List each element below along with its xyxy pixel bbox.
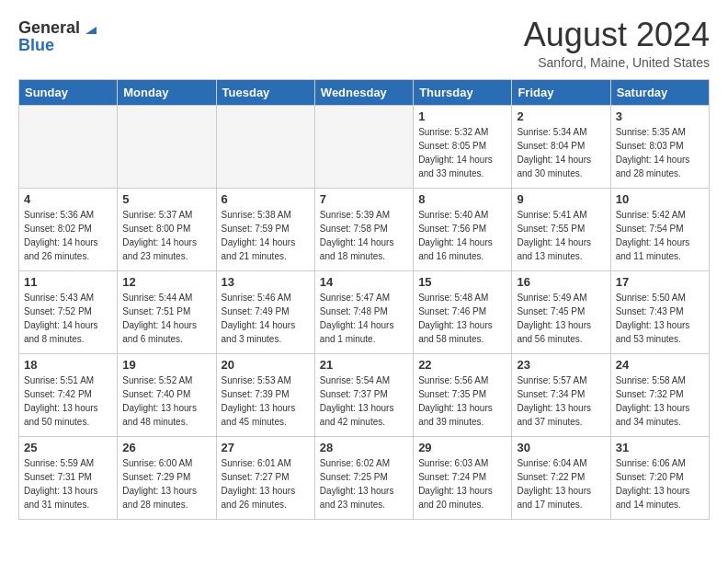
- calendar-week-row: 25Sunrise: 5:59 AM Sunset: 7:31 PM Dayli…: [19, 437, 710, 520]
- logo-blue-text: Blue: [18, 36, 54, 55]
- calendar-day-cell: 5Sunrise: 5:37 AM Sunset: 8:00 PM Daylig…: [118, 189, 216, 271]
- day-info: Sunrise: 6:01 AM Sunset: 7:27 PM Dayligh…: [222, 456, 310, 511]
- day-header-friday: Friday: [512, 80, 610, 106]
- calendar-day-cell: 2Sunrise: 5:34 AM Sunset: 8:04 PM Daylig…: [512, 106, 610, 189]
- calendar-day-cell: 22Sunrise: 5:56 AM Sunset: 7:35 PM Dayli…: [414, 354, 512, 437]
- day-info: Sunrise: 5:41 AM Sunset: 7:55 PM Dayligh…: [517, 208, 605, 263]
- calendar-day-cell: 13Sunrise: 5:46 AM Sunset: 7:49 PM Dayli…: [216, 271, 314, 354]
- day-info: Sunrise: 6:02 AM Sunset: 7:25 PM Dayligh…: [320, 456, 408, 511]
- calendar-table: SundayMondayTuesdayWednesdayThursdayFrid…: [18, 79, 710, 520]
- day-number: 20: [222, 358, 310, 372]
- calendar-day-cell: 9Sunrise: 5:41 AM Sunset: 7:55 PM Daylig…: [512, 189, 610, 271]
- day-number: 5: [122, 192, 210, 206]
- day-number: 10: [616, 192, 704, 206]
- calendar-week-row: 18Sunrise: 5:51 AM Sunset: 7:42 PM Dayli…: [19, 354, 710, 437]
- day-info: Sunrise: 5:35 AM Sunset: 8:03 PM Dayligh…: [616, 125, 704, 180]
- day-info: Sunrise: 5:44 AM Sunset: 7:51 PM Dayligh…: [122, 291, 210, 346]
- day-info: Sunrise: 5:50 AM Sunset: 7:43 PM Dayligh…: [616, 291, 704, 346]
- title-area: August 2024 Sanford, Maine, United State…: [524, 18, 710, 70]
- day-info: Sunrise: 5:40 AM Sunset: 7:56 PM Dayligh…: [418, 208, 506, 263]
- day-number: 21: [320, 358, 408, 372]
- calendar-day-cell: 29Sunrise: 6:03 AM Sunset: 7:24 PM Dayli…: [414, 437, 512, 520]
- calendar-day-cell: 30Sunrise: 6:04 AM Sunset: 7:22 PM Dayli…: [512, 437, 610, 520]
- day-info: Sunrise: 5:53 AM Sunset: 7:39 PM Dayligh…: [222, 373, 310, 429]
- calendar-week-row: 11Sunrise: 5:43 AM Sunset: 7:52 PM Dayli…: [19, 271, 710, 354]
- day-number: 24: [616, 358, 704, 372]
- calendar-day-cell: 19Sunrise: 5:52 AM Sunset: 7:40 PM Dayli…: [118, 354, 216, 437]
- day-number: 17: [616, 275, 704, 289]
- calendar-day-cell: 4Sunrise: 5:36 AM Sunset: 8:02 PM Daylig…: [19, 189, 118, 271]
- day-info: Sunrise: 5:52 AM Sunset: 7:40 PM Dayligh…: [122, 373, 210, 429]
- day-number: 7: [320, 192, 408, 206]
- day-info: Sunrise: 5:42 AM Sunset: 7:54 PM Dayligh…: [616, 208, 704, 263]
- day-info: Sunrise: 5:43 AM Sunset: 7:52 PM Dayligh…: [24, 291, 112, 346]
- calendar-header-row: SundayMondayTuesdayWednesdayThursdayFrid…: [19, 80, 710, 106]
- calendar-day-cell: 14Sunrise: 5:47 AM Sunset: 7:48 PM Dayli…: [314, 271, 413, 354]
- day-info: Sunrise: 5:38 AM Sunset: 7:59 PM Dayligh…: [222, 208, 310, 263]
- calendar-day-cell: 1Sunrise: 5:32 AM Sunset: 8:05 PM Daylig…: [414, 106, 512, 189]
- logo-triangle-icon: [82, 21, 97, 36]
- calendar-day-cell: 21Sunrise: 5:54 AM Sunset: 7:37 PM Dayli…: [314, 354, 413, 437]
- day-number: 16: [517, 275, 605, 289]
- calendar-day-cell: 10Sunrise: 5:42 AM Sunset: 7:54 PM Dayli…: [610, 189, 709, 271]
- day-info: Sunrise: 5:39 AM Sunset: 7:58 PM Dayligh…: [320, 208, 408, 263]
- day-number: 6: [222, 192, 310, 206]
- calendar-day-cell: 23Sunrise: 5:57 AM Sunset: 7:34 PM Dayli…: [512, 354, 610, 437]
- svg-marker-0: [85, 27, 97, 34]
- day-number: 28: [320, 441, 408, 454]
- day-info: Sunrise: 5:37 AM Sunset: 8:00 PM Dayligh…: [122, 208, 210, 263]
- day-header-monday: Monday: [118, 80, 216, 106]
- day-header-thursday: Thursday: [414, 80, 512, 106]
- day-number: 27: [222, 441, 310, 454]
- day-info: Sunrise: 5:54 AM Sunset: 7:37 PM Dayligh…: [320, 373, 408, 429]
- day-info: Sunrise: 6:04 AM Sunset: 7:22 PM Dayligh…: [517, 456, 605, 511]
- day-info: Sunrise: 6:06 AM Sunset: 7:20 PM Dayligh…: [616, 456, 704, 511]
- day-info: Sunrise: 5:51 AM Sunset: 7:42 PM Dayligh…: [24, 373, 112, 429]
- day-number: 26: [122, 441, 210, 454]
- calendar-day-cell: 17Sunrise: 5:50 AM Sunset: 7:43 PM Dayli…: [610, 271, 709, 354]
- day-number: 11: [24, 275, 112, 289]
- calendar-day-cell: 25Sunrise: 5:59 AM Sunset: 7:31 PM Dayli…: [19, 437, 118, 520]
- calendar-day-cell: 11Sunrise: 5:43 AM Sunset: 7:52 PM Dayli…: [19, 271, 118, 354]
- day-number: 30: [517, 441, 605, 454]
- calendar-day-cell: [216, 106, 314, 189]
- location-text: Sanford, Maine, United States: [524, 55, 710, 70]
- day-info: Sunrise: 6:00 AM Sunset: 7:29 PM Dayligh…: [122, 456, 210, 511]
- calendar-day-cell: 24Sunrise: 5:58 AM Sunset: 7:32 PM Dayli…: [610, 354, 709, 437]
- day-info: Sunrise: 5:34 AM Sunset: 8:04 PM Dayligh…: [517, 125, 605, 180]
- calendar-day-cell: [314, 106, 413, 189]
- calendar-day-cell: 7Sunrise: 5:39 AM Sunset: 7:58 PM Daylig…: [314, 189, 413, 271]
- day-number: 18: [24, 358, 112, 372]
- day-number: 29: [418, 441, 506, 454]
- day-number: 1: [418, 109, 506, 123]
- day-number: 19: [122, 358, 210, 372]
- day-number: 23: [517, 358, 605, 372]
- month-title: August 2024: [524, 18, 710, 52]
- day-info: Sunrise: 5:57 AM Sunset: 7:34 PM Dayligh…: [517, 373, 605, 429]
- calendar-day-cell: 8Sunrise: 5:40 AM Sunset: 7:56 PM Daylig…: [414, 189, 512, 271]
- day-info: Sunrise: 5:58 AM Sunset: 7:32 PM Dayligh…: [616, 373, 704, 429]
- day-number: 13: [222, 275, 310, 289]
- calendar-day-cell: 3Sunrise: 5:35 AM Sunset: 8:03 PM Daylig…: [610, 106, 709, 189]
- calendar-day-cell: 18Sunrise: 5:51 AM Sunset: 7:42 PM Dayli…: [19, 354, 118, 437]
- day-info: Sunrise: 5:47 AM Sunset: 7:48 PM Dayligh…: [320, 291, 408, 346]
- day-header-tuesday: Tuesday: [216, 80, 314, 106]
- calendar-day-cell: 6Sunrise: 5:38 AM Sunset: 7:59 PM Daylig…: [216, 189, 314, 271]
- day-info: Sunrise: 5:48 AM Sunset: 7:46 PM Dayligh…: [418, 291, 506, 346]
- day-number: 25: [24, 441, 112, 454]
- calendar-day-cell: [19, 106, 118, 189]
- calendar-day-cell: 15Sunrise: 5:48 AM Sunset: 7:46 PM Dayli…: [414, 271, 512, 354]
- logo: General Blue: [18, 18, 97, 55]
- day-number: 8: [418, 192, 506, 206]
- calendar-day-cell: 28Sunrise: 6:02 AM Sunset: 7:25 PM Dayli…: [314, 437, 413, 520]
- calendar-day-cell: 16Sunrise: 5:49 AM Sunset: 7:45 PM Dayli…: [512, 271, 610, 354]
- calendar-day-cell: 26Sunrise: 6:00 AM Sunset: 7:29 PM Dayli…: [118, 437, 216, 520]
- day-header-wednesday: Wednesday: [314, 80, 413, 106]
- day-header-saturday: Saturday: [610, 80, 709, 106]
- day-number: 4: [24, 192, 112, 206]
- day-number: 3: [616, 109, 704, 123]
- logo-general-text: General: [18, 18, 80, 38]
- day-number: 9: [517, 192, 605, 206]
- day-info: Sunrise: 5:49 AM Sunset: 7:45 PM Dayligh…: [517, 291, 605, 346]
- day-number: 2: [517, 109, 605, 123]
